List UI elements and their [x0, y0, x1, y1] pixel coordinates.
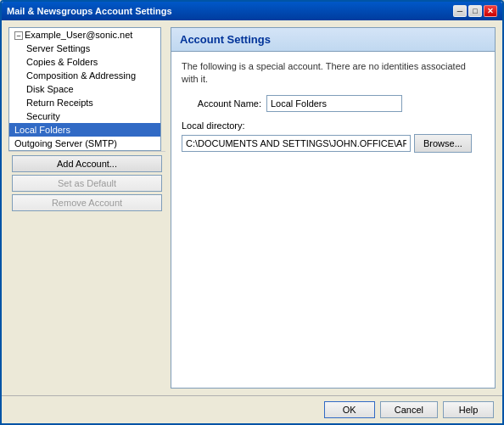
sidebar-item-label: Local Folders [14, 125, 70, 135]
browse-button[interactable]: Browse... [414, 134, 472, 153]
panel-description: The following is a special account. Ther… [182, 60, 484, 87]
left-bottom-buttons: Add Account... Set as Default Remove Acc… [8, 151, 165, 215]
panel-body: The following is a special account. Ther… [171, 52, 495, 388]
account-name-label: Account Name: [182, 98, 266, 109]
main-window: Mail & Newsgroups Account Settings ─ □ ✕… [0, 0, 504, 425]
title-bar-controls: ─ □ ✕ [453, 5, 497, 17]
left-container: −Example_User@sonic.netServer SettingsCo… [8, 27, 165, 389]
sidebar-item-local-folders[interactable]: Local Folders [9, 123, 160, 137]
sidebar-item-composition-addressing[interactable]: Composition & Addressing [9, 69, 160, 82]
account-name-input[interactable] [266, 95, 402, 112]
close-button[interactable]: ✕ [484, 5, 497, 17]
maximize-button[interactable]: □ [468, 5, 482, 17]
sidebar-item-label: Disk Space [26, 84, 74, 94]
sidebar-item-label: Example_User@sonic.net [25, 30, 132, 40]
window-title: Mail & Newsgroups Account Settings [7, 6, 172, 16]
right-panel: Account Settings The following is a spec… [171, 27, 496, 389]
sidebar-item-label: Composition & Addressing [26, 70, 136, 81]
sidebar-item-label: Copies & Folders [26, 57, 98, 67]
sidebar-item-return-receipts[interactable]: Return Receipts [9, 96, 160, 109]
remove-account-button[interactable]: Remove Account [12, 194, 162, 211]
sidebar-item-outgoing-server[interactable]: Outgoing Server (SMTP) [9, 137, 160, 150]
window-footer: OK Cancel Help [2, 395, 502, 423]
local-directory-input[interactable] [182, 135, 411, 152]
local-directory-row: Browse... [182, 134, 484, 153]
account-name-row: Account Name: [182, 95, 484, 112]
title-bar: Mail & Newsgroups Account Settings ─ □ ✕ [2, 2, 502, 20]
sidebar-item-disk-space[interactable]: Disk Space [9, 82, 160, 96]
sidebar-item-example-user[interactable]: −Example_User@sonic.net [9, 28, 160, 42]
help-button[interactable]: Help [443, 401, 494, 418]
ok-button[interactable]: OK [324, 401, 375, 418]
sidebar-item-label: Security [26, 111, 60, 121]
sidebar-item-label: Outgoing Server (SMTP) [14, 138, 117, 148]
content-area: −Example_User@sonic.netServer SettingsCo… [2, 20, 502, 395]
panel-header: Account Settings [171, 28, 495, 52]
panel-title: Account Settings [180, 33, 486, 46]
local-directory-label: Local directory: [182, 120, 484, 131]
collapse-icon: − [14, 31, 23, 40]
minimize-button[interactable]: ─ [453, 5, 467, 17]
sidebar-item-label: Server Settings [26, 43, 90, 53]
cancel-button[interactable]: Cancel [380, 401, 438, 418]
sidebar-item-security[interactable]: Security [9, 109, 160, 123]
account-tree: −Example_User@sonic.netServer SettingsCo… [8, 27, 161, 151]
set-default-button[interactable]: Set as Default [12, 175, 162, 192]
add-account-button[interactable]: Add Account... [12, 155, 162, 172]
sidebar-item-copies-folders[interactable]: Copies & Folders [9, 55, 160, 69]
sidebar-item-label: Return Receipts [26, 98, 93, 108]
sidebar-item-server-settings[interactable]: Server Settings [9, 42, 160, 55]
